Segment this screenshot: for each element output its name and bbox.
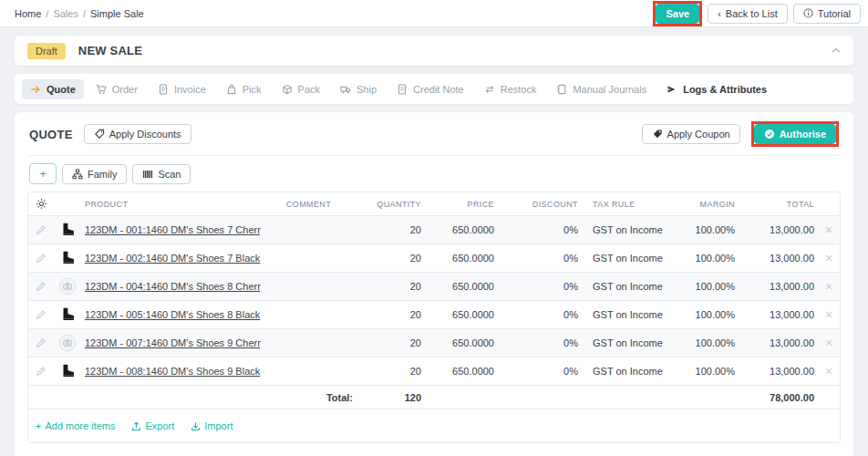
edit-pencil-icon[interactable] (36, 366, 46, 377)
status-badge: Draft (27, 43, 66, 59)
tab-manual-journals[interactable]: Manual Journals (548, 79, 655, 99)
quantity-cell[interactable]: 20 (356, 309, 425, 320)
tab-label: Ship (356, 84, 377, 95)
edit-pencil-icon[interactable] (36, 253, 46, 264)
product-link[interactable]: 123DM - 005:1460 DM's Shoes 8 Black (85, 309, 260, 320)
tab-label: Order (112, 84, 138, 95)
table-row: 123DM - 008:1460 DM's Shoes 9 Black 20 6… (28, 358, 840, 386)
margin-cell: 100.00% (684, 337, 739, 348)
tab-label: Pack (298, 84, 320, 95)
authorise-button[interactable]: Authorise (754, 124, 836, 144)
margin-cell: 100.00% (684, 309, 739, 320)
tab-pack[interactable]: Pack (274, 79, 328, 99)
export-link[interactable]: Export (131, 420, 174, 431)
apply-discounts-label: Apply Discounts (109, 129, 181, 140)
product-thumbnail[interactable] (54, 277, 81, 295)
coupon-tag-icon (652, 129, 663, 140)
tab-pick[interactable]: Pick (218, 79, 270, 99)
arrow-right-icon (30, 84, 41, 95)
tax-rule-cell[interactable]: GST on Income (582, 309, 684, 320)
add-line-button[interactable]: + (29, 163, 57, 184)
remove-row-icon[interactable]: × (825, 337, 832, 349)
tab-order[interactable]: Order (88, 79, 146, 99)
page-title: NEW SALE (78, 44, 142, 57)
tax-rule-cell[interactable]: GST on Income (582, 224, 684, 235)
boot-image-icon (59, 306, 76, 323)
discount-cell[interactable]: 0% (498, 224, 582, 235)
remove-row-icon[interactable]: × (825, 365, 832, 378)
product-link[interactable]: 123DM - 007:1460 DM's Shoes 9 Cherry Red (85, 337, 261, 348)
product-link[interactable]: 123DM - 004:1460 DM's Shoes 8 Cherry Red (85, 281, 261, 292)
tab-quote[interactable]: Quote (22, 79, 84, 99)
price-cell[interactable]: 650.0000 (425, 309, 498, 320)
boot-image-icon (59, 222, 76, 238)
breadcrumb-sales[interactable]: Sales (53, 8, 78, 19)
breadcrumb-home[interactable]: Home (15, 8, 41, 19)
check-circle-icon (764, 129, 775, 140)
discount-cell[interactable]: 0% (498, 366, 582, 377)
edit-pencil-icon[interactable] (36, 281, 46, 292)
product-link[interactable]: 123DM - 001:1460 DM's Shoes 7 Cherry Red (85, 224, 261, 235)
tax-rule-cell[interactable]: GST on Income (582, 253, 684, 264)
edit-pencil-icon[interactable] (36, 224, 46, 235)
price-cell[interactable]: 650.0000 (425, 337, 498, 348)
import-link[interactable]: Import (191, 420, 232, 431)
scan-button[interactable]: Scan (132, 164, 191, 184)
quantity-cell[interactable]: 20 (356, 337, 425, 348)
remove-row-icon[interactable]: × (825, 308, 832, 321)
add-more-items-link[interactable]: + Add more items (36, 420, 115, 431)
tab-invoice[interactable]: Invoice (150, 79, 214, 99)
price-cell[interactable]: 650.0000 (425, 253, 498, 264)
tab-credit-note[interactable]: Credit Note (388, 79, 472, 99)
discount-tag-icon (94, 129, 105, 140)
gear-icon[interactable] (36, 198, 47, 210)
price-cell[interactable]: 650.0000 (425, 224, 498, 235)
product-thumbnail[interactable] (54, 334, 81, 352)
tab-logs-attributes[interactable]: Logs & Attributes (658, 79, 775, 99)
apply-coupon-button[interactable]: Apply Coupon (642, 124, 740, 144)
margin-cell: 100.00% (684, 366, 739, 377)
discount-cell[interactable]: 0% (498, 281, 582, 292)
product-thumbnail[interactable] (54, 363, 81, 379)
apply-discounts-button[interactable]: Apply Discounts (84, 124, 191, 144)
discount-cell[interactable]: 0% (498, 253, 582, 264)
tab-label: Credit Note (413, 84, 464, 95)
edit-pencil-icon[interactable] (36, 337, 46, 348)
tax-rule-cell[interactable]: GST on Income (582, 337, 684, 348)
tab-ship[interactable]: Ship (332, 79, 385, 99)
tutorial-button[interactable]: Tutorial (793, 4, 861, 24)
price-cell[interactable]: 650.0000 (425, 281, 498, 292)
collapse-chevron-up-icon[interactable] (832, 47, 841, 54)
no-image-icon (58, 277, 77, 295)
save-button[interactable]: Save (656, 4, 699, 24)
remove-row-icon[interactable]: × (825, 280, 832, 293)
header-comment: COMMENT (261, 200, 356, 209)
tab-restock[interactable]: Restock (476, 79, 545, 99)
total-cell: 13,000.00 (739, 253, 818, 264)
remove-row-icon[interactable]: × (825, 252, 832, 264)
credit-note-icon (397, 84, 408, 95)
total-cell: 13,000.00 (739, 366, 818, 377)
discount-cell[interactable]: 0% (498, 309, 582, 320)
product-thumbnail[interactable] (54, 250, 81, 266)
remove-row-icon[interactable]: × (825, 223, 832, 236)
tab-label: Logs & Attributes (683, 84, 767, 95)
quantity-cell[interactable]: 20 (356, 366, 425, 377)
total-cell: 13,000.00 (739, 309, 818, 320)
tax-rule-cell[interactable]: GST on Income (582, 281, 684, 292)
product-thumbnail[interactable] (54, 222, 81, 238)
total-cell: 13,000.00 (739, 281, 818, 292)
product-thumbnail[interactable] (54, 306, 81, 323)
quantity-cell[interactable]: 20 (356, 281, 425, 292)
discount-cell[interactable]: 0% (498, 337, 582, 348)
quantity-cell[interactable]: 20 (356, 253, 425, 264)
product-link[interactable]: 123DM - 002:1460 DM's Shoes 7 Black (85, 253, 260, 264)
edit-pencil-icon[interactable] (36, 309, 46, 320)
quantity-cell[interactable]: 20 (356, 224, 425, 235)
tax-rule-cell[interactable]: GST on Income (582, 366, 684, 377)
product-link[interactable]: 123DM - 008:1460 DM's Shoes 9 Black (85, 366, 260, 377)
price-cell[interactable]: 650.0000 (425, 366, 498, 377)
tab-label: Quote (46, 84, 76, 95)
back-to-list-button[interactable]: ‹ Back to List (708, 4, 788, 24)
family-button[interactable]: Family (62, 164, 127, 184)
